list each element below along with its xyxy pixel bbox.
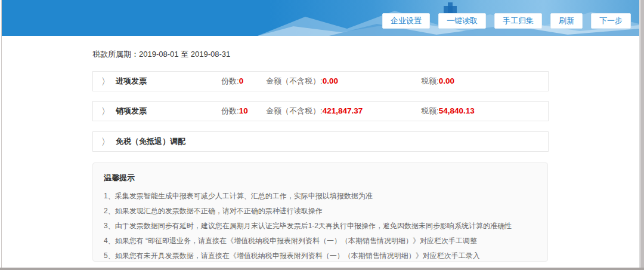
manual-collect-button[interactable]: 手工归集 <box>494 13 542 29</box>
window-bottom-border <box>0 268 644 270</box>
invoice-tax: 税额:54,840.13 <box>421 106 475 116</box>
amount-label: 金额（不含税）: <box>266 106 323 115</box>
tax-free-allocation-row[interactable]: 〉 免税（免抵退）调配 <box>92 131 549 152</box>
enterprise-settings-button[interactable]: 企业设置 <box>382 13 430 29</box>
tip-item-4: 4、如果您有 “即征即退业务，请直接在《增值税纳税申报表附列资料（一）（本期销售… <box>104 234 537 248</box>
scrollbar-thumb[interactable] <box>640 0 644 268</box>
output-invoice-row[interactable]: 〉 销项发票 份数:10 金额（不含税）:421,847.37 税额:54,84… <box>92 101 549 121</box>
count-label: 份数: <box>221 106 239 115</box>
tax-period-label: 税款所属期：2019-08-01 至 2019-08-31 <box>92 49 230 60</box>
tip-item-5: 5、如果您有未开具发票数据，请直接在《增值税纳税申报表附列资料（一）（本期销售情… <box>104 248 537 263</box>
invoice-tax: 税额:0.00 <box>421 76 454 87</box>
row-title: 进项发票 <box>116 76 147 87</box>
tax-value: 54,840.13 <box>439 106 475 115</box>
tax-label: 税额: <box>421 76 439 85</box>
count-value: 10 <box>239 106 248 115</box>
one-click-read-button[interactable]: 一键读取 <box>438 13 486 29</box>
friendly-tips-panel: 温馨提示 1、采集发票智能生成申报表可减少人工计算、汇总的工作，实际申报以填报数… <box>92 162 548 262</box>
header-toolbar: 企业设置 一键读取 手工归集 刷新 下一步 <box>382 13 631 29</box>
scrollbar[interactable] <box>639 0 644 268</box>
refresh-button[interactable]: 刷新 <box>550 13 583 29</box>
amount-value: 0.00 <box>323 76 338 85</box>
invoice-count: 份数:10 <box>221 106 248 116</box>
invoice-count: 份数:0 <box>221 76 243 87</box>
amount-value: 421,847.37 <box>323 106 363 115</box>
count-label: 份数: <box>221 76 239 85</box>
tip-item-1: 1、采集发票智能生成申报表可减少人工计算、汇总的工作，实际申报以填报数据为准 <box>104 189 537 204</box>
tip-item-2: 2、如果发现汇总的发票数据不正确，请对不正确的票种进行读取操作 <box>104 204 537 219</box>
input-invoice-row[interactable]: 〉 进项发票 份数:0 金额（不含税）:0.00 税额:0.00 <box>92 71 549 91</box>
invoice-amount: 金额（不含税）:421,847.37 <box>266 106 363 116</box>
amount-label: 金额（不含税）: <box>266 76 323 85</box>
page-header-banner: 企业设置 一键读取 手工归集 刷新 下一步 <box>2 0 639 36</box>
tax-value: 0.00 <box>439 76 454 85</box>
tips-title: 温馨提示 <box>104 173 537 183</box>
count-value: 0 <box>239 76 244 85</box>
row-title: 销项发票 <box>116 106 147 116</box>
next-step-button[interactable]: 下一步 <box>591 13 631 29</box>
window-left-border <box>1 0 2 268</box>
row-title: 免税（免抵退）调配 <box>116 136 185 147</box>
chevron-right-icon: 〉 <box>101 137 110 146</box>
tip-item-3: 3、由于发票数据同步有延时，建议您在属期月末认证完毕发票后1-2天再执行申报操作… <box>104 219 537 234</box>
tax-label: 税额: <box>421 106 439 115</box>
chevron-right-icon: 〉 <box>101 76 110 86</box>
chevron-right-icon: 〉 <box>101 106 110 116</box>
invoice-amount: 金额（不含税）:0.00 <box>266 76 338 87</box>
